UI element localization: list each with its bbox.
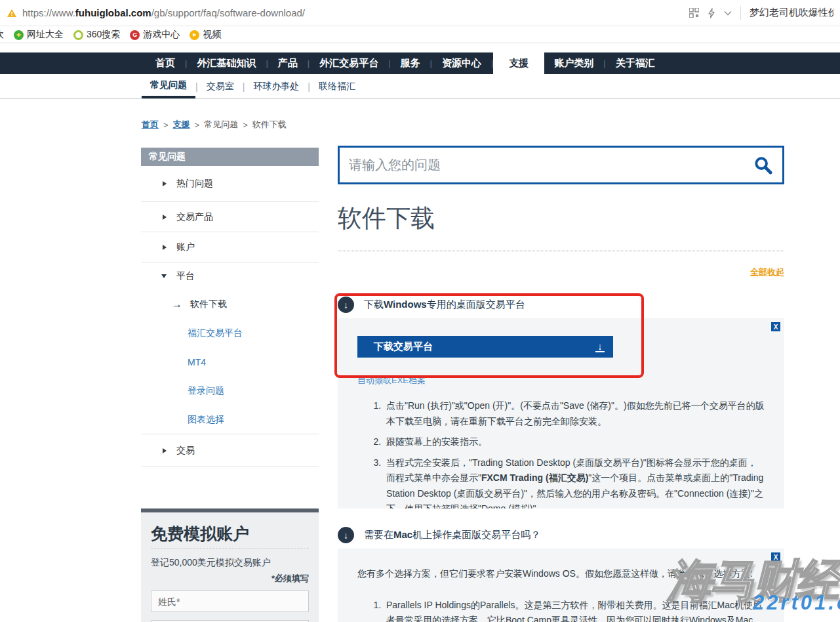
sidebar-subitem-label: 登录问题 <box>188 385 224 397</box>
sidebar-item-label: 交易产品 <box>176 211 213 223</box>
dotted-divider <box>338 251 784 251</box>
search-button[interactable] <box>753 156 773 175</box>
nav-item-about-fxcm[interactable]: 关于福汇 <box>606 52 665 74</box>
last-name-field[interactable] <box>151 591 309 612</box>
faq1-answer-panel: X 下载交易平台 ↓ 自动撷取EXE档案 点击"Run (执行)"或"Open … <box>338 318 784 508</box>
game-icon <box>130 30 140 40</box>
collapse-arrow-icon: ↓ <box>338 527 354 543</box>
sidebar-subitem-chart-options[interactable]: 图表选择 <box>141 405 319 434</box>
question-search-box <box>338 146 784 184</box>
install-steps-list: 点击"Run (执行)"或"Open (开)"。(不要点击"Save (储存)"… <box>357 398 765 508</box>
sidebar-subitem-label: MT4 <box>188 357 206 367</box>
toolbar-divider <box>740 6 741 20</box>
sites-icon <box>14 30 24 40</box>
sidebar-item-label: 热门问题 <box>176 178 213 190</box>
support-sub-navigation: 常见问题 | 交易室 | 环球办事处 | 联络福汇 <box>0 74 840 99</box>
url-path: /gb/support/faq/software-download/ <box>151 7 305 18</box>
qr-code-icon[interactable] <box>689 8 699 18</box>
hot-search-ticker[interactable]: 梦幻老司机吹爆性价比 <box>750 7 833 19</box>
nav-item-account-types[interactable]: 账户类别 <box>544 52 603 74</box>
breadcrumb-support[interactable]: 支援 <box>173 119 190 131</box>
bookmark-label: 网址大全 <box>27 29 64 41</box>
breadcrumb-separator: > <box>195 120 200 130</box>
free-demo-account-box: 免费模拟账户 登记50,000美元模拟交易账户 *必须填写 <box>141 508 319 622</box>
nav-item-trading-platforms[interactable]: 外汇交易平台 <box>310 52 388 74</box>
chevron-right-icon <box>163 245 167 250</box>
mac-options-list: Parallels IP Holdings的Parallels。这是第三方软件，… <box>357 598 765 622</box>
breadcrumb-separator: > <box>163 120 169 130</box>
subnav-item-contact-fxcm[interactable]: 联络福汇 <box>310 74 364 98</box>
search-icon <box>753 156 773 175</box>
breadcrumb-home[interactable]: 首页 <box>142 119 159 131</box>
nav-item-home[interactable]: 首页 <box>146 52 185 74</box>
sidebar-title: 常见问题 <box>141 148 319 166</box>
list-item: 跟随萤幕上的安装指示。 <box>384 434 765 450</box>
lightning-icon[interactable] <box>708 8 715 18</box>
close-icon[interactable]: X <box>771 322 780 331</box>
breadcrumb: 首页 > 支援 > 常见问题 > 软件下载 <box>142 119 287 131</box>
faq-sidebar: 常见问题 热门问题 交易产品 账户 平台 → 软件下载 福汇交易平台 MT4 登… <box>141 148 319 467</box>
close-icon[interactable]: X <box>771 552 780 562</box>
sidebar-item-label: 账户 <box>176 241 195 253</box>
download-platform-button[interactable]: 下载交易平台 ↓ <box>357 336 613 358</box>
page-title: 软件下载 <box>338 202 784 235</box>
sidebar-item-hot-questions[interactable]: 热门问题 <box>141 166 319 202</box>
nav-item-services[interactable]: 服务 <box>391 52 430 74</box>
sidebar-subitem-label: 福汇交易平台 <box>188 327 243 339</box>
nav-item-forex-basics[interactable]: 外汇基础知识 <box>187 52 266 74</box>
exe-auto-fetch-link[interactable]: 自动撷取EXE档案 <box>357 375 426 386</box>
sidebar-subitem-mt4[interactable]: MT4 <box>141 348 319 377</box>
bookmark-label: 360搜索 <box>87 29 120 41</box>
nav-item-resources[interactable]: 资源中心 <box>432 52 491 74</box>
main-navigation: 首页 | 外汇基础知识 | 产品 | 外汇交易平台 | 服务 | 资源中心 | … <box>0 52 840 74</box>
list-item: 当程式完全安装后，"Trading Station Desktop (桌面版交易… <box>384 455 765 508</box>
sidebar-subitem-software-download-active[interactable]: → 软件下载 <box>141 290 319 319</box>
required-note: *必须填写 <box>151 573 309 585</box>
subnav-item-faq-active[interactable]: 常见问题 <box>142 74 195 98</box>
sidebar-subitem-fxcm-platform[interactable]: 福汇交易平台 <box>141 319 319 348</box>
demo-box-title: 免费模拟账户 <box>151 523 309 549</box>
sidebar-subitem-label: 图表选择 <box>188 414 224 426</box>
list-item: 点击"Run (执行)"或"Open (开)"。(不要点击"Save (储存)"… <box>384 398 765 429</box>
bookmark-game-center[interactable]: 游戏中心 <box>130 29 180 41</box>
download-icon-bar <box>595 351 605 352</box>
bookmarks-bar: 欢 网址大全 360搜索 游戏中心 视频 <box>0 27 840 43</box>
sidebar-item-platform-expanded[interactable]: 平台 <box>141 262 319 290</box>
url-prefix: https://www. <box>22 7 75 18</box>
faq1-accordion-header[interactable]: ↓ 下载Windows专用的桌面版交易平台 <box>338 297 784 313</box>
faq2-title: 需要在Mac机上操作桌面版交易平台吗？ <box>364 529 540 541</box>
address-bar-actions: 梦幻老司机吹爆性价比 <box>689 6 833 20</box>
search-input[interactable] <box>349 157 753 173</box>
bookmark-sites[interactable]: 网址大全 <box>14 29 64 41</box>
chevron-down-icon <box>161 274 167 278</box>
faq-main-content: 软件下载 全部收起 ↓ 下载Windows专用的桌面版交易平台 X 下载交易平台… <box>338 146 784 622</box>
faq1-title: 下载Windows专用的桌面版交易平台 <box>364 299 525 311</box>
subnav-item-trading-room[interactable]: 交易室 <box>198 74 243 98</box>
bookmark-label: 视频 <box>203 29 221 41</box>
clipped-bookmark-label[interactable]: 欢 <box>0 29 4 41</box>
demo-box-subtitle: 登记50,000美元模拟交易账户 <box>151 557 309 569</box>
bookmark-360-search[interactable]: 360搜索 <box>73 29 120 41</box>
nav-item-support-active[interactable]: 支援 <box>493 52 544 74</box>
url-domain: fuhuiglobal.com <box>75 7 151 18</box>
faq2-accordion-header[interactable]: ↓ 需要在Mac机上操作桌面版交易平台吗？ <box>338 527 784 543</box>
collapse-all-link[interactable]: 全部收起 <box>750 267 784 277</box>
security-warning-icon <box>7 9 17 18</box>
subnav-item-global-offices[interactable]: 环球办事处 <box>245 74 308 98</box>
breadcrumb-separator: > <box>243 120 248 130</box>
chevron-down-icon[interactable] <box>724 10 732 16</box>
chevron-right-icon <box>163 215 167 220</box>
video-icon <box>190 30 199 40</box>
search-ring-icon <box>73 30 83 40</box>
collapse-arrow-icon: ↓ <box>338 297 354 313</box>
breadcrumb-faq: 常见问题 <box>204 119 238 131</box>
sidebar-item-label: 平台 <box>176 270 195 282</box>
sidebar-item-account[interactable]: 账户 <box>141 232 319 262</box>
sidebar-subitem-login-issues[interactable]: 登录问题 <box>141 377 319 405</box>
bookmark-video[interactable]: 视频 <box>190 29 221 41</box>
sidebar-item-trading[interactable]: 交易 <box>141 434 319 467</box>
sidebar-item-trading-products[interactable]: 交易产品 <box>141 202 319 232</box>
url-text[interactable]: https://www.fuhuiglobal.com/gb/support/f… <box>22 7 305 18</box>
arrow-right-icon: → <box>172 299 182 310</box>
nav-item-products[interactable]: 产品 <box>268 52 308 74</box>
